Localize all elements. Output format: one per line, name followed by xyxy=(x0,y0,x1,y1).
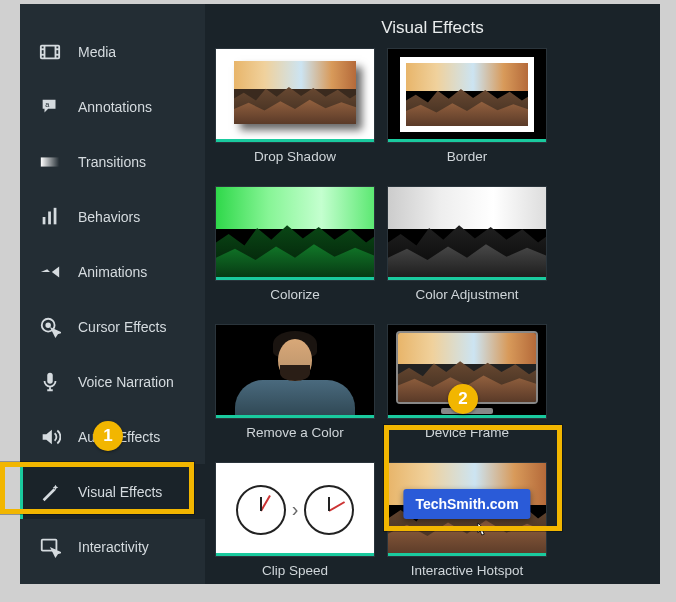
sidebar: Media a Annotations Transitions Behavior… xyxy=(20,4,205,584)
interactivity-icon xyxy=(38,535,62,559)
main-panel: Visual Effects Drop Shadow Border xyxy=(205,4,660,584)
svg-rect-14 xyxy=(47,372,53,383)
effect-label: Color Adjustment xyxy=(387,281,547,312)
behaviors-icon xyxy=(38,205,62,229)
microphone-icon xyxy=(38,370,62,394)
effect-label: Drop Shadow xyxy=(215,143,375,174)
audio-effects-icon xyxy=(38,425,62,449)
effects-grid: Drop Shadow Border Colorize xyxy=(205,48,660,584)
sidebar-item-label: Voice Narration xyxy=(78,374,174,390)
sidebar-item-animations[interactable]: Animations xyxy=(20,244,205,299)
sidebar-item-label: Cursor Effects xyxy=(78,319,166,335)
effect-label: Remove a Color xyxy=(215,419,375,450)
svg-rect-11 xyxy=(54,207,57,224)
sidebar-item-label: Visual Effects xyxy=(78,484,162,500)
media-icon xyxy=(38,40,62,64)
effect-label: Device Frame xyxy=(387,419,547,450)
magic-wand-icon xyxy=(38,480,62,504)
sidebar-item-media[interactable]: Media xyxy=(20,24,205,79)
sidebar-item-label: Interactivity xyxy=(78,539,149,555)
animations-icon xyxy=(38,260,62,284)
callout-badge-2: 2 xyxy=(448,384,478,414)
clock-icon xyxy=(236,485,286,535)
effect-label: Interactive Hotspot xyxy=(387,557,547,584)
effect-label: Clip Speed xyxy=(215,557,375,584)
svg-rect-10 xyxy=(48,211,51,224)
sidebar-item-label: Animations xyxy=(78,264,147,280)
cursor-effects-icon xyxy=(38,315,62,339)
effect-tile-colorize[interactable]: Colorize xyxy=(215,186,375,312)
effect-thumb xyxy=(215,48,375,143)
effect-thumb xyxy=(215,186,375,281)
effect-tile-drop-shadow[interactable]: Drop Shadow xyxy=(215,48,375,174)
annotations-icon: a xyxy=(38,95,62,119)
sidebar-item-interactivity[interactable]: Interactivity xyxy=(20,519,205,574)
effect-label: Colorize xyxy=(215,281,375,312)
effect-tile-remove-a-color[interactable]: Remove a Color xyxy=(215,324,375,450)
sidebar-item-label: Transitions xyxy=(78,154,146,170)
sidebar-item-behaviors[interactable]: Behaviors xyxy=(20,189,205,244)
svg-point-13 xyxy=(46,323,50,327)
callout-badge-1: 1 xyxy=(93,421,123,451)
effect-tile-clip-speed[interactable]: › Clip Speed xyxy=(215,462,375,584)
sidebar-item-voice-narration[interactable]: Voice Narration xyxy=(20,354,205,409)
sidebar-item-label: Behaviors xyxy=(78,209,140,225)
transitions-icon xyxy=(38,150,62,174)
sidebar-item-label: Annotations xyxy=(78,99,152,115)
effect-tile-interactive-hotspot[interactable]: TechSmith.com Interactive Hotspot xyxy=(387,462,547,584)
arrow-icon: › xyxy=(292,498,299,521)
sidebar-item-transitions[interactable]: Transitions xyxy=(20,134,205,189)
clock-icon xyxy=(304,485,354,535)
svg-rect-8 xyxy=(41,157,59,166)
effect-tile-border[interactable]: Border xyxy=(387,48,547,174)
page-title: Visual Effects xyxy=(205,4,660,48)
effect-label: Border xyxy=(387,143,547,174)
effect-thumb: TechSmith.com xyxy=(387,462,547,557)
sidebar-item-visual-effects[interactable]: Visual Effects xyxy=(20,464,205,519)
effect-tile-color-adjustment[interactable]: Color Adjustment xyxy=(387,186,547,312)
sidebar-item-annotations[interactable]: a Annotations xyxy=(20,79,205,134)
cursor-pointer-icon xyxy=(473,521,489,541)
app-window: Media a Annotations Transitions Behavior… xyxy=(20,4,660,584)
svg-rect-9 xyxy=(43,217,46,224)
sidebar-item-cursor-effects[interactable]: Cursor Effects xyxy=(20,299,205,354)
sidebar-item-label: Media xyxy=(78,44,116,60)
effect-thumb xyxy=(387,186,547,281)
effect-thumb: › xyxy=(215,462,375,557)
effect-thumb xyxy=(215,324,375,419)
effect-thumb xyxy=(387,48,547,143)
hotspot-badge: TechSmith.com xyxy=(403,489,530,519)
